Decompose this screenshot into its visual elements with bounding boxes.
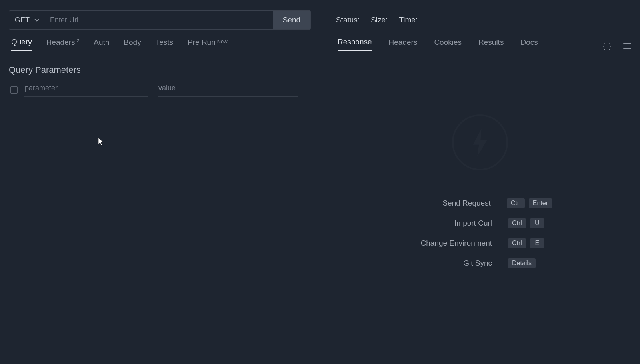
request-panel: GET Send Query Headers 2 Auth Body [0,0,320,364]
query-param-row [10,83,311,97]
tab-headers-count: 2 [77,38,80,44]
response-panel: Status: Size: Time: Response Headers Coo… [320,0,640,364]
tab-query[interactable]: Query [11,38,32,51]
tab-body-label: Body [124,38,141,47]
shortcut-key: Ctrl [508,238,526,248]
size-label: Size: [371,16,388,24]
bolt-circle-icon [452,114,508,170]
tab-headers-label: Headers [46,38,75,47]
bolt-icon [469,128,491,158]
tab-response[interactable]: Response [338,38,372,51]
query-parameters-title: Query Parameters [9,65,320,75]
tab-cookies[interactable]: Cookies [434,38,462,51]
tab-auth[interactable]: Auth [94,38,109,51]
shortcut-key: U [530,218,544,228]
shortcut-label: Import Curl [454,219,492,228]
shortcut-key: Ctrl [508,218,526,228]
shortcut-change-env: Change Environment Ctrl E [408,238,552,248]
shortcut-key: Enter [529,198,552,208]
shortcut-label: Change Environment [421,239,492,248]
tab-tests[interactable]: Tests [156,38,173,51]
shortcut-key: Ctrl [507,198,525,208]
tab-query-label: Query [11,38,32,46]
tab-docs[interactable]: Docs [520,38,538,51]
tab-prerun-label: Pre Run [188,38,216,47]
shortcuts-list: Send Request Ctrl Enter Import Curl Ctrl… [408,198,552,268]
chevron-down-icon [34,18,39,22]
format-json-icon[interactable]: { } [603,42,612,50]
shortcut-import-curl: Import Curl Ctrl U [408,218,552,228]
request-tabs: Query Headers 2 Auth Body Tests Pre Run … [9,34,311,54]
url-input[interactable] [44,11,273,29]
tab-prerun[interactable]: Pre Run New [188,38,228,51]
tab-headers[interactable]: Headers 2 [46,38,80,51]
shortcut-label: Git Sync [463,259,492,268]
shortcut-label: Send Request [442,199,490,208]
app-shell: GET Send Query Headers 2 Auth Body [0,0,640,364]
tab-results[interactable]: Results [478,38,504,51]
http-method-select[interactable]: GET [9,11,44,29]
shortcut-key: E [530,238,544,248]
shortcut-send-request: Send Request Ctrl Enter [408,198,552,208]
send-button[interactable]: Send [273,11,310,29]
request-bar: GET Send [9,10,311,30]
tab-body[interactable]: Body [124,38,141,51]
response-tabs: Response Headers Cookies Results Docs { … [336,34,631,54]
tab-auth-label: Auth [94,38,109,47]
tab-prerun-badge: New [217,38,228,44]
time-label: Time: [399,16,418,24]
response-status-bar: Status: Size: Time: [336,10,631,30]
param-value-input[interactable] [158,83,298,97]
menu-lines-icon[interactable] [623,43,631,49]
status-label: Status: [336,16,360,24]
tab-tests-label: Tests [156,38,173,47]
response-empty-state: Send Request Ctrl Enter Import Curl Ctrl… [320,54,640,364]
shortcut-git-sync: Git Sync Details [408,258,552,268]
param-name-input[interactable] [24,83,148,97]
git-sync-details-button[interactable]: Details [508,258,536,268]
param-enable-checkbox[interactable] [10,86,18,94]
http-method-value: GET [15,16,30,24]
tab-response-headers[interactable]: Headers [389,38,418,51]
